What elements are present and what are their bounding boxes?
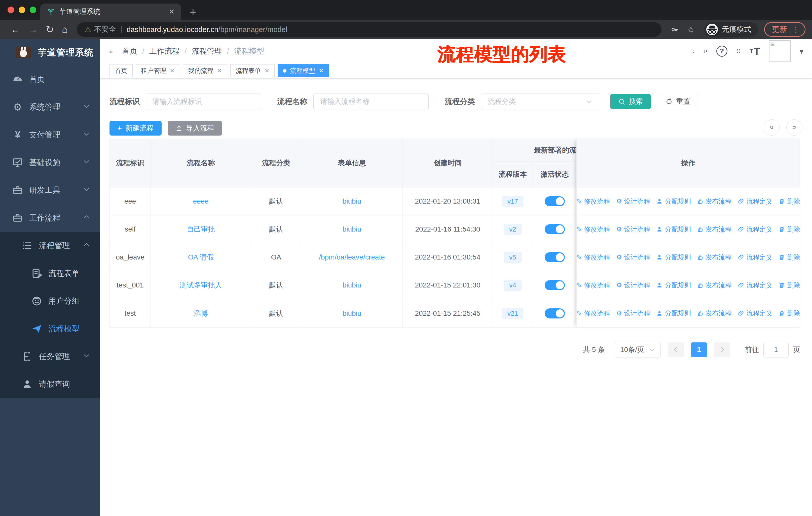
close-tag-icon[interactable]: ✕ (170, 67, 175, 74)
form-info-link[interactable]: biubiu (343, 197, 361, 205)
prev-page-button[interactable] (668, 343, 684, 357)
sidebar-item-devtools[interactable]: 研发工具 (0, 176, 100, 204)
action-delete-link[interactable]: 删除 (779, 225, 800, 234)
back-icon[interactable]: ← (10, 24, 20, 35)
close-tag-icon[interactable]: ✕ (217, 67, 222, 74)
user-avatar[interactable] (769, 40, 791, 62)
sidebar-item-payment[interactable]: ¥ 支付管理 (0, 121, 100, 148)
sidebar-item-workflow[interactable]: 工作流程 (0, 204, 100, 232)
form-info-link[interactable]: biubiu (343, 281, 361, 289)
form-info-link[interactable]: biubiu (343, 309, 361, 318)
toggle-search-button[interactable] (764, 119, 780, 136)
action-edit-process-link[interactable]: ✎修改流程 (576, 309, 610, 318)
process-name-link[interactable]: 滔博 (194, 309, 208, 318)
sidebar-item-process-model[interactable]: 流程模型 (0, 315, 100, 343)
import-process-button[interactable]: 导入流程 (168, 121, 222, 136)
tag-home[interactable]: 首页 (110, 64, 133, 77)
breadcrumb-workflow[interactable]: 工作流程 (149, 46, 179, 56)
action-assign-rule-link[interactable]: 分配规则 (656, 309, 691, 318)
process-name-input[interactable] (313, 93, 429, 110)
reset-button[interactable]: 重置 (658, 94, 698, 109)
action-publish-process-link[interactable]: 发布流程 (697, 281, 732, 290)
search-button[interactable]: 搜索 (610, 94, 651, 109)
forward-icon[interactable]: → (28, 24, 38, 35)
update-chrome-button[interactable]: 更新 ⋮ (764, 22, 806, 37)
status-toggle[interactable] (545, 196, 565, 206)
action-process-definition-link[interactable]: 流程定义 (738, 253, 773, 262)
status-toggle[interactable] (545, 308, 565, 319)
status-toggle[interactable] (545, 252, 565, 262)
bookmark-star-icon[interactable]: ☆ (687, 24, 695, 34)
version-badge[interactable]: v17 (502, 196, 523, 207)
action-publish-process-link[interactable]: 发布流程 (697, 197, 732, 206)
sidebar-item-system[interactable]: ⚙ 系统管理 (0, 93, 100, 121)
action-process-definition-link[interactable]: 流程定义 (738, 225, 773, 234)
version-badge[interactable]: v5 (504, 252, 521, 263)
goto-page-input[interactable] (763, 342, 789, 358)
tag-tenant[interactable]: 租户管理 ✕ (136, 64, 180, 77)
avatar-caret-icon[interactable]: ▾ (800, 47, 804, 56)
current-page-button[interactable]: 1 (691, 343, 707, 357)
action-assign-rule-link[interactable]: 分配规则 (656, 253, 691, 262)
status-toggle[interactable] (545, 224, 565, 234)
process-category-select[interactable]: 流程分类 (481, 93, 599, 110)
sidebar-item-infra[interactable]: 基础设施 (0, 148, 100, 176)
sidebar-item-task-mgmt[interactable]: 任务管理 (0, 343, 100, 370)
action-edit-process-link[interactable]: ✎修改流程 (576, 281, 610, 290)
font-size-icon[interactable]: TT (750, 46, 760, 57)
collapse-sidebar-icon[interactable] (109, 49, 113, 53)
action-delete-link[interactable]: 删除 (779, 197, 800, 206)
action-assign-rule-link[interactable]: 分配规则 (656, 197, 691, 206)
action-process-definition-link[interactable]: 流程定义 (738, 309, 773, 318)
action-delete-link[interactable]: 删除 (779, 281, 800, 290)
action-publish-process-link[interactable]: 发布流程 (697, 253, 732, 262)
search-icon[interactable] (690, 49, 694, 53)
action-delete-link[interactable]: 删除 (779, 253, 800, 262)
refresh-table-button[interactable] (786, 119, 803, 136)
action-process-definition-link[interactable]: 流程定义 (738, 197, 773, 206)
version-badge[interactable]: v2 (504, 224, 521, 235)
reload-icon[interactable]: ↻ (46, 24, 54, 35)
sidebar-item-process-form[interactable]: 流程表单 (0, 260, 100, 287)
action-design-process-link[interactable]: ⚙设计流程 (616, 197, 650, 206)
fullscreen-icon[interactable] (736, 49, 741, 53)
action-assign-rule-link[interactable]: 分配规则 (656, 225, 691, 234)
process-name-link[interactable]: 测试多审批人 (180, 280, 222, 290)
breadcrumb-process-mgmt[interactable]: 流程管理 (192, 46, 222, 56)
next-page-button[interactable] (714, 343, 730, 357)
action-edit-process-link[interactable]: ✎修改流程 (576, 253, 610, 262)
tag-process-model[interactable]: 流程模型 ✕ (278, 64, 329, 77)
window-controls[interactable] (7, 6, 36, 13)
page-size-select[interactable]: 10条/页 (615, 342, 661, 358)
browser-tab[interactable]: 芋道管理系统 ✕ (40, 3, 181, 20)
tag-my-process[interactable]: 我的流程 ✕ (183, 64, 227, 77)
form-info-link[interactable]: /bpm/oa/leave/create (319, 253, 385, 261)
action-design-process-link[interactable]: ⚙设计流程 (616, 309, 650, 318)
sidebar-item-user-group[interactable]: 用户分组 (0, 287, 100, 315)
close-tag-icon[interactable]: ✕ (319, 67, 324, 74)
form-info-link[interactable]: biubiu (343, 225, 361, 233)
action-edit-process-link[interactable]: ✎修改流程 (576, 225, 610, 234)
password-key-icon[interactable] (671, 25, 679, 34)
github-icon[interactable] (703, 49, 707, 53)
action-design-process-link[interactable]: ⚙设计流程 (616, 253, 650, 262)
minimize-window-button[interactable] (19, 6, 25, 13)
sidebar-item-leave-query[interactable]: 请假查询 (0, 370, 100, 398)
action-design-process-link[interactable]: ⚙设计流程 (616, 225, 650, 234)
action-publish-process-link[interactable]: 发布流程 (697, 225, 732, 234)
action-design-process-link[interactable]: ⚙设计流程 (616, 281, 650, 290)
action-edit-process-link[interactable]: ✎修改流程 (576, 197, 610, 206)
zoom-window-button[interactable] (30, 6, 36, 13)
close-tab-icon[interactable]: ✕ (169, 7, 175, 16)
breadcrumb-home[interactable]: 首页 (122, 46, 137, 56)
create-process-button[interactable]: + 新建流程 (110, 121, 162, 136)
close-tag-icon[interactable]: ✕ (264, 67, 269, 74)
version-badge[interactable]: v21 (502, 308, 523, 319)
address-bar[interactable]: ⚠ 不安全 dashboard.yudao.iocoder.cn /bpm/ma… (77, 22, 662, 37)
browser-menu-icon[interactable]: ⋮ (792, 25, 800, 34)
close-window-button[interactable] (7, 6, 14, 13)
process-name-link[interactable]: 自己审批 (187, 224, 215, 234)
action-delete-link[interactable]: 删除 (779, 309, 800, 318)
sidebar-item-home[interactable]: 首页 (0, 65, 100, 93)
home-icon[interactable]: ⌂ (62, 24, 68, 35)
